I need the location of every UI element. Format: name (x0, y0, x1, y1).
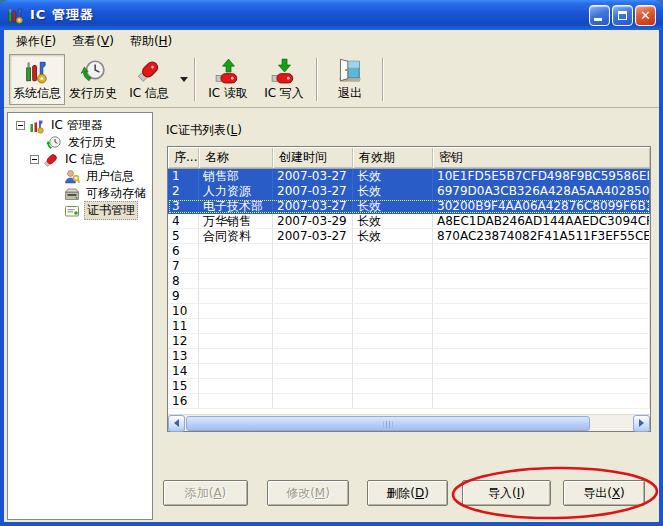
tree-item-ic-info[interactable]: IC 信息 (8, 151, 152, 168)
tree-item-issue-history[interactable]: 发行历史 (8, 134, 152, 151)
toolbar-separator (316, 58, 318, 101)
table-header: 序...名称创建时间有效期密钥 (168, 147, 650, 169)
title-bar: IC 管理器 ✕ (0, 0, 663, 30)
toolbar-ic-read-button[interactable]: IC 读取 (200, 54, 256, 105)
scroll-left-button[interactable] (168, 415, 185, 432)
collapse-expander-icon[interactable] (16, 121, 25, 130)
menu-operate[interactable]: 操作(F) (8, 31, 64, 52)
toolbar-button-label: IC 信息 (129, 85, 169, 102)
toolbar-button-label: 系统信息 (13, 85, 61, 102)
table-row[interactable]: 12 (168, 334, 650, 349)
table-cell (273, 379, 353, 394)
table-cell: 长效 (353, 214, 433, 229)
table-row[interactable]: 1销售部2007-03-27长效10E1FD5E5B7CFD498F9BC595… (168, 169, 650, 184)
table-cell: 15 (168, 379, 199, 394)
maximize-icon (618, 11, 627, 20)
toolbar-ic-info-button[interactable]: IC 信息 (121, 54, 177, 105)
table-cell (353, 259, 433, 274)
delete-button[interactable]: 删除(D) (367, 480, 448, 506)
table-cell (199, 304, 273, 319)
maximize-button[interactable] (612, 5, 633, 26)
toolbar-button-label: IC 写入 (264, 85, 304, 102)
menu-view[interactable]: 查看(V) (64, 31, 122, 52)
table-cell: 2007-03-29 (273, 214, 353, 229)
table-cell (199, 349, 273, 364)
table-row[interactable]: 6 (168, 244, 650, 259)
main-area: IC 管理器 发行历史 (4, 109, 659, 522)
column-header[interactable]: 名称 (199, 147, 273, 168)
column-header[interactable]: 序... (168, 147, 199, 168)
toolbar: 系统信息 发行历史 IC 信息 (4, 52, 659, 108)
table-cell: 合同资料 (199, 229, 273, 244)
ic-info-dropdown-button[interactable] (177, 54, 190, 105)
table-row[interactable]: 3电子技术部2007-03-27长效30200B9F4AA06A42876C80… (168, 199, 650, 214)
table-cell: 2007-03-27 (273, 199, 353, 214)
table-row[interactable]: 9 (168, 289, 650, 304)
scrollbar-gripper-icon (384, 421, 393, 428)
column-header[interactable]: 有效期 (353, 147, 433, 168)
tree-item-ic-manager[interactable]: IC 管理器 (8, 117, 152, 134)
table-cell: 6979D0A3CB326A428A5AA402850D5 (433, 184, 650, 199)
table-row[interactable]: 15 (168, 379, 650, 394)
toolbar-issue-history-button[interactable]: 发行历史 (65, 54, 121, 105)
toolbar-separator (382, 58, 384, 101)
table-row[interactable]: 14 (168, 364, 650, 379)
table-cell (353, 364, 433, 379)
add-button[interactable]: 添加(A) (163, 480, 248, 506)
table-row[interactable]: 2人力资源2007-03-27长效6979D0A3CB326A428A5AA40… (168, 184, 650, 199)
ic-read-usb-up-arrow-icon (215, 58, 241, 84)
ic-info-usb-icon (136, 58, 162, 84)
horizontal-scrollbar[interactable] (168, 414, 650, 431)
table-cell: 10E1FD5E5B7CFD498F9BC59586EB9BE (433, 169, 650, 184)
user-info-icon (64, 169, 80, 185)
tree-item-certificate-management[interactable]: 证书管理 (8, 202, 152, 219)
import-button[interactable]: 导入(I) (462, 480, 551, 506)
table-row[interactable]: 8 (168, 274, 650, 289)
table-cell: 13 (168, 349, 199, 364)
column-header[interactable]: 创建时间 (273, 147, 353, 168)
table-cell: 10 (168, 304, 199, 319)
exit-door-icon (337, 58, 363, 84)
tree-item-user-info[interactable]: 用户信息 (8, 168, 152, 185)
table-row[interactable]: 16 (168, 394, 650, 409)
modify-button[interactable]: 修改(M) (267, 480, 349, 506)
table-cell: 2007-03-27 (273, 229, 353, 244)
table-row[interactable]: 5合同资料2007-03-27长效870AC23874082F41A511F3E… (168, 229, 650, 244)
scroll-right-button[interactable] (633, 415, 650, 432)
toolbar-exit-button[interactable]: 退出 (322, 54, 378, 105)
ic-write-usb-down-arrow-icon (271, 58, 297, 84)
app-window: IC 管理器 ✕ 操作(F) 查看(V) 帮助(H) (0, 0, 663, 526)
toolbar-system-info-button[interactable]: 系统信息 (9, 54, 65, 105)
manager-tools-icon (29, 118, 45, 134)
table-cell (353, 244, 433, 259)
table-row[interactable]: 7 (168, 259, 650, 274)
tree-item-label: 证书管理 (84, 201, 138, 220)
table-row[interactable]: 13 (168, 349, 650, 364)
scroll-right-icon (639, 419, 644, 427)
table-cell (199, 379, 273, 394)
collapse-expander-icon[interactable] (30, 155, 39, 164)
certificate-table: 序...名称创建时间有效期密钥 1销售部2007-03-27长效10E1FD5E… (167, 146, 651, 432)
table-cell: 12 (168, 334, 199, 349)
navigation-tree: IC 管理器 发行历史 (7, 112, 153, 520)
button-row: 添加(A) 修改(M) 删除(D) 导入(I) 导出(X) (4, 480, 659, 506)
tree-item-removable-storage[interactable]: 可移动存储 (8, 185, 152, 202)
close-button[interactable]: ✕ (635, 5, 656, 26)
menu-help[interactable]: 帮助(H) (122, 31, 180, 52)
table-cell: 16 (168, 394, 199, 409)
scrollbar-thumb[interactable] (186, 416, 590, 431)
table-row[interactable]: 4万华销售2007-03-29长效A8EC1DAB246AD144AAEDC30… (168, 214, 650, 229)
table-cell: 长效 (353, 199, 433, 214)
table-row[interactable]: 11 (168, 319, 650, 334)
export-button[interactable]: 导出(X) (563, 480, 645, 506)
table-cell: 6 (168, 244, 199, 259)
minimize-button[interactable] (589, 5, 610, 26)
column-header[interactable]: 密钥 (433, 147, 650, 168)
table-cell: 人力资源 (199, 184, 273, 199)
table-cell (433, 274, 650, 289)
usb-drive-icon (43, 152, 59, 168)
toolbar-ic-write-button[interactable]: IC 写入 (256, 54, 312, 105)
table-cell (433, 364, 650, 379)
table-row[interactable]: 10 (168, 304, 650, 319)
table-cell (353, 379, 433, 394)
